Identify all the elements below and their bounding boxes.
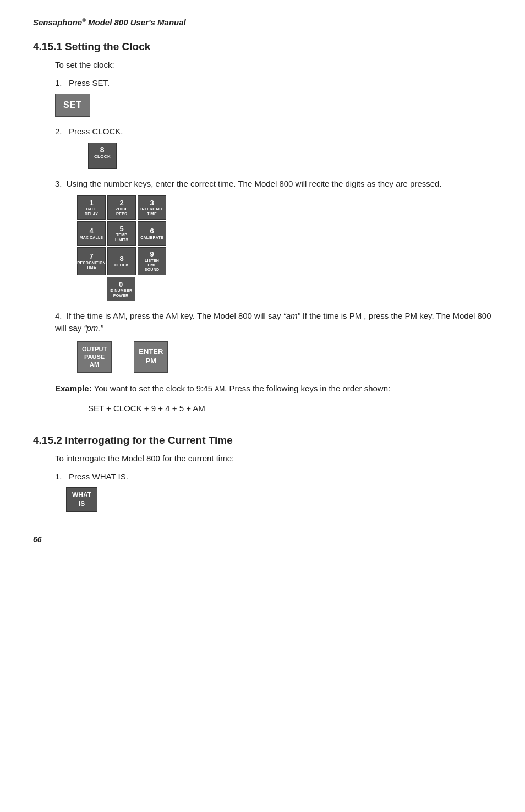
- what-is-line1: WHAT: [72, 491, 91, 499]
- pm-key-button[interactable]: ENTERPM: [134, 341, 168, 373]
- key-6-label: CALIBRATE: [140, 236, 163, 240]
- example-label: Example:: [55, 384, 92, 393]
- key-6-num: 6: [150, 227, 154, 236]
- key-7-label: RECOGNITIONTIME: [77, 261, 106, 270]
- what-is-line2: IS: [79, 500, 85, 508]
- section2-step-1: 1. Press WHAT IS. WHAT IS: [55, 471, 492, 513]
- key-4[interactable]: 4 MAX CALLS: [77, 221, 106, 246]
- step-1: 1. Press SET. SET: [55, 77, 492, 117]
- key-9-num: 9: [150, 250, 154, 259]
- key-7-num: 7: [89, 252, 93, 261]
- header-subtitle: Model 800 User's Manual: [86, 18, 186, 27]
- clock-key-button[interactable]: 8 CLOCK: [88, 143, 117, 169]
- am-key-label: OUTPUTPAUSEAM: [82, 345, 107, 369]
- key-3-num: 3: [150, 199, 154, 208]
- example-block: Example: You want to set the clock to 9:…: [55, 383, 492, 415]
- clock-key-label: CLOCK: [92, 154, 113, 160]
- key-1[interactable]: 1 CALLDELAY: [77, 195, 106, 220]
- step-3-num: 3.: [55, 179, 62, 188]
- section2-step-1-description: Press WHAT IS.: [69, 472, 128, 481]
- set-key-wrap: SET: [55, 94, 492, 117]
- page-number: 66: [33, 534, 492, 546]
- key-8-num: 8: [119, 254, 123, 263]
- step-4-text1: If the time is AM, press the AM key. The…: [67, 311, 283, 320]
- intro-text-2: To interrogate the Model 800 for the cur…: [55, 453, 492, 465]
- section2-step-1-text: 1. Press WHAT IS.: [55, 471, 492, 483]
- example-am: AM: [215, 385, 225, 393]
- what-is-key-button[interactable]: WHAT IS: [66, 487, 97, 512]
- section-4-15-2: 4.15.2 Interrogating for the Current Tim…: [33, 433, 492, 513]
- section-4-15-1: 4.15.1 Setting the Clock To set the cloc…: [33, 39, 492, 415]
- key-4-num: 4: [89, 227, 93, 236]
- key-2-num: 2: [119, 199, 123, 208]
- step-1-description: Press SET.: [69, 78, 110, 88]
- step-4-italic2: “pm.”: [84, 323, 103, 333]
- step-2-text: 2. Press CLOCK.: [55, 126, 492, 138]
- key-9[interactable]: 9 LISTEN TIMESOUND: [138, 247, 166, 275]
- section2-step-1-num: 1.: [55, 472, 62, 481]
- step-1-num: 1.: [55, 78, 62, 88]
- key-6[interactable]: 6 CALIBRATE: [138, 221, 166, 246]
- step-4: 4. If the time is AM, press the AM key. …: [55, 310, 492, 373]
- key-1-num: 1: [89, 199, 93, 208]
- key-8-label: CLOCK: [114, 263, 129, 268]
- key-5-num: 5: [119, 225, 123, 233]
- section-heading-2: 4.15.2 Interrogating for the Current Tim…: [33, 433, 492, 449]
- header-title: Sensaphone: [33, 18, 82, 27]
- intro-text-1: To set the clock:: [55, 59, 492, 72]
- page-header: Sensaphone® Model 800 User's Manual: [33, 17, 492, 29]
- key-3[interactable]: 3 INTERCALLTIME: [138, 195, 166, 220]
- key-3-label: INTERCALLTIME: [140, 207, 163, 216]
- example-text: Example: You want to set the clock to 9:…: [55, 383, 492, 395]
- key-9-label: LISTEN TIMESOUND: [140, 259, 164, 273]
- step-3-description: Using the number keys, enter the correct…: [67, 179, 442, 188]
- step-2-description: Press CLOCK.: [69, 127, 123, 136]
- example-text2: . Press the following keys in the order …: [225, 384, 390, 393]
- keypad-bottom-row: 0 ID NUMBERPOWER: [77, 277, 165, 301]
- step-4-italic1: “am”: [283, 311, 300, 320]
- step-4-num: 4.: [55, 311, 62, 320]
- step-1-text: 1. Press SET.: [55, 77, 492, 90]
- key-4-label: MAX CALLS: [80, 236, 103, 240]
- step-3-text: 3. Using the number keys, enter the corr…: [55, 178, 492, 190]
- key-2[interactable]: 2 VOICEREPS: [107, 195, 136, 220]
- step-4-text: 4. If the time is AM, press the AM key. …: [55, 310, 492, 335]
- step-2-num: 2.: [55, 127, 62, 136]
- step-2: 2. Press CLOCK. 8 CLOCK: [55, 126, 492, 169]
- what-is-key-wrap: WHAT IS: [66, 487, 492, 512]
- number-keypad: 1 CALLDELAY 2 VOICEREPS 3 INTERCALLTIME …: [77, 195, 492, 275]
- am-key-button[interactable]: OUTPUTPAUSEAM: [77, 341, 112, 373]
- key-2-label: VOICEREPS: [116, 207, 128, 216]
- clock-key-wrap: 8 CLOCK: [88, 143, 492, 169]
- set-key-button[interactable]: SET: [55, 94, 90, 117]
- clock-key-num: 8: [92, 145, 113, 155]
- am-pm-keys-row: OUTPUTPAUSEAM ENTERPM: [77, 341, 492, 373]
- key-5[interactable]: 5 TEMP LIMITS: [107, 221, 136, 246]
- step-3: 3. Using the number keys, enter the corr…: [55, 178, 492, 301]
- key-0[interactable]: 0 ID NUMBERPOWER: [107, 277, 135, 301]
- section-heading-1: 4.15.1 Setting the Clock: [33, 39, 492, 55]
- formula-text: SET + CLOCK + 9 + 4 + 5 + AM: [88, 402, 492, 415]
- example-body: You want to set the clock to 9:45: [92, 384, 215, 393]
- key-1-label: CALLDELAY: [85, 207, 98, 216]
- key-0-num: 0: [119, 280, 123, 289]
- key-0-label: ID NUMBERPOWER: [110, 288, 132, 298]
- pm-key-label: ENTERPM: [139, 347, 163, 366]
- key-8[interactable]: 8 CLOCK: [107, 247, 136, 275]
- key-5-label: TEMP LIMITS: [110, 233, 134, 242]
- key-7[interactable]: 7 RECOGNITIONTIME: [77, 247, 106, 275]
- registered-symbol: ®: [82, 18, 86, 23]
